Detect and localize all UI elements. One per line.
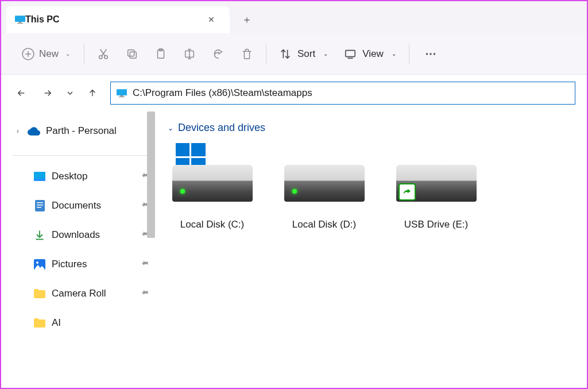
svg-rect-23 xyxy=(117,89,127,95)
separator xyxy=(409,44,409,64)
drive-label: Local Disk (D:) xyxy=(292,219,356,230)
address-bar[interactable] xyxy=(110,82,575,105)
new-button[interactable]: New ⌄ xyxy=(13,41,79,67)
sidebar-item-ai[interactable]: AI xyxy=(29,308,155,337)
address-input[interactable] xyxy=(133,87,569,99)
sidebar-item-label: Documents xyxy=(52,200,136,211)
cut-button[interactable] xyxy=(89,41,118,67)
new-button-label: New xyxy=(39,48,59,60)
svg-point-22 xyxy=(434,53,435,55)
sidebar-item-documents[interactable]: Documents xyxy=(29,191,155,220)
downloads-icon xyxy=(33,229,46,241)
sidebar-item-pictures[interactable]: Pictures xyxy=(29,249,155,279)
share-badge-icon xyxy=(399,183,416,201)
chevron-down-icon: ⌄ xyxy=(323,51,328,57)
svg-point-34 xyxy=(36,261,38,264)
drive-item[interactable]: Local Disk (D:) xyxy=(280,144,369,230)
paste-button[interactable] xyxy=(146,41,175,67)
svg-rect-30 xyxy=(37,205,43,206)
svg-point-7 xyxy=(105,55,108,59)
svg-rect-2 xyxy=(17,22,24,23)
sidebar-item-label: Pictures xyxy=(52,259,136,270)
more-button[interactable] xyxy=(414,41,447,67)
sidebar-item-label: Parth - Personal xyxy=(46,125,149,137)
delete-button[interactable] xyxy=(233,41,261,67)
pictures-icon xyxy=(33,258,46,271)
svg-rect-31 xyxy=(37,207,41,208)
chevron-right-icon[interactable]: › xyxy=(14,127,22,135)
desktop-icon xyxy=(33,170,46,183)
tab-title: This PC xyxy=(25,14,202,25)
tab-this-pc[interactable]: This PC ✕ xyxy=(6,6,230,33)
cut-icon xyxy=(97,48,110,60)
drive-label: Local Disk (C:) xyxy=(180,219,244,230)
svg-rect-10 xyxy=(130,52,136,58)
separator xyxy=(84,44,84,64)
separator xyxy=(266,44,266,64)
sidebar-item-label: Desktop xyxy=(52,171,136,182)
drive-item[interactable]: Local Disk (C:) xyxy=(168,144,257,230)
share-button[interactable] xyxy=(204,41,233,67)
arrow-left-icon xyxy=(16,88,26,98)
svg-rect-0 xyxy=(15,16,25,22)
share-icon xyxy=(212,48,225,60)
sidebar: › Parth - Personal DesktopDocumentsDownl… xyxy=(1,111,155,389)
chevron-down-icon: ⌄ xyxy=(168,124,173,132)
scrollbar-track xyxy=(147,111,155,389)
svg-point-21 xyxy=(430,53,431,55)
sidebar-item-desktop[interactable]: Desktop xyxy=(29,161,155,191)
svg-rect-24 xyxy=(120,95,123,97)
folder-icon xyxy=(33,287,46,300)
separator xyxy=(13,155,149,156)
sidebar-item-label: Downloads xyxy=(52,229,136,241)
sidebar-item-onedrive[interactable]: › Parth - Personal xyxy=(7,118,155,144)
svg-rect-29 xyxy=(37,202,43,203)
arrow-up-icon xyxy=(87,88,98,98)
sort-button[interactable]: Sort ⌄ xyxy=(271,41,336,67)
content-area: ⌄ Devices and drives Local Disk (C:)Loca… xyxy=(155,111,587,389)
close-icon[interactable]: ✕ xyxy=(202,10,220,29)
rename-button[interactable] xyxy=(175,41,204,67)
drive-item[interactable]: USB Drive (E:) xyxy=(392,144,481,230)
scrollbar-thumb[interactable] xyxy=(147,111,155,238)
chevron-down-icon: ⌄ xyxy=(65,51,70,57)
copy-icon xyxy=(126,48,138,60)
sidebar-item-downloads[interactable]: Downloads xyxy=(29,220,155,249)
recent-button[interactable] xyxy=(65,84,75,102)
up-button[interactable] xyxy=(84,84,101,102)
arrow-right-icon xyxy=(42,88,53,98)
view-button[interactable]: View ⌄ xyxy=(336,41,404,67)
main-area: › Parth - Personal DesktopDocumentsDownl… xyxy=(1,111,587,389)
chevron-down-icon xyxy=(65,88,75,98)
sort-label: Sort xyxy=(297,48,315,60)
drive-label: USB Drive (E:) xyxy=(404,219,468,230)
drive-visual xyxy=(396,144,477,202)
new-tab-button[interactable]: ＋ xyxy=(234,7,260,32)
drive-visual xyxy=(172,144,253,202)
nav-bar xyxy=(1,75,587,111)
toolbar: New ⌄ So xyxy=(1,33,587,75)
forward-button[interactable] xyxy=(39,84,56,102)
back-button[interactable] xyxy=(13,84,30,102)
monitor-icon xyxy=(15,16,25,24)
svg-rect-28 xyxy=(35,200,45,211)
svg-point-20 xyxy=(426,53,428,55)
sort-icon xyxy=(279,48,292,60)
svg-rect-1 xyxy=(18,22,21,23)
svg-rect-25 xyxy=(119,96,125,97)
svg-point-6 xyxy=(99,55,103,59)
view-label: View xyxy=(362,48,384,60)
sidebar-item-camera-roll[interactable]: Camera Roll xyxy=(29,279,155,308)
onedrive-icon xyxy=(28,125,40,137)
folder-icon xyxy=(33,317,46,329)
rename-icon xyxy=(183,48,196,60)
section-devices-drives[interactable]: ⌄ Devices and drives xyxy=(168,122,587,134)
drive-visual xyxy=(284,144,365,202)
section-title: Devices and drives xyxy=(178,122,265,134)
copy-button[interactable] xyxy=(118,41,146,67)
sidebar-item-label: AI xyxy=(52,317,149,329)
view-icon xyxy=(344,48,357,60)
chevron-down-icon: ⌄ xyxy=(392,51,396,57)
more-icon xyxy=(424,48,437,60)
documents-icon xyxy=(33,199,46,212)
